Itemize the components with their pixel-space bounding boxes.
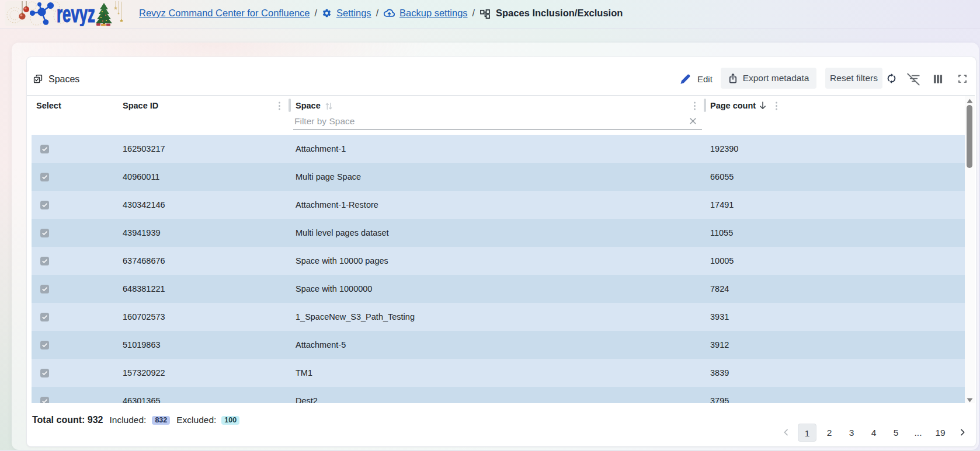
svg-text:revyz: revyz	[57, 1, 95, 26]
